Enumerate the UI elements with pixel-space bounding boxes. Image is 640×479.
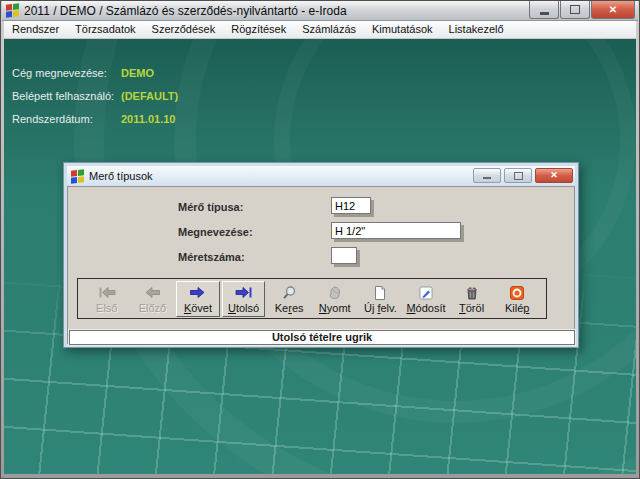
toolbar-button-delete[interactable]: Töröl (450, 281, 494, 317)
menu-item-rendszer[interactable]: Rendszer (4, 21, 67, 38)
toolbar-button-new[interactable]: Új felv. (359, 281, 403, 317)
status-bar: Utolsó tételre ugrik (69, 330, 575, 345)
field-label-size: Méretszáma: (178, 251, 245, 263)
dialog-body: Mérő típusa: Megnevezése: Méretszáma: El… (67, 186, 575, 344)
minimize-icon (483, 177, 491, 179)
toolbar-button-exit[interactable]: Kilép (495, 281, 539, 317)
toolbar-label: Nyomt (319, 302, 351, 314)
field-label-name: Megnevezése: (178, 226, 253, 238)
type-input[interactable] (331, 197, 371, 214)
toolbar-button-print[interactable]: Nyomt (313, 281, 357, 317)
toolbar-button-first: Első (85, 281, 129, 317)
dialog-minimize-button[interactable] (473, 168, 501, 183)
exit-icon (509, 284, 525, 302)
menu-item-kimutatasok[interactable]: Kimutatások (364, 21, 441, 38)
toolbar-label: Keres (275, 302, 304, 314)
toolbar-label: Első (96, 302, 117, 314)
dialog-close-button[interactable]: ✕ (535, 168, 573, 183)
date-label: Rendszerdátum: (12, 113, 121, 125)
delete-icon (464, 284, 480, 302)
dialog-controls: ✕ (473, 168, 573, 183)
application-window: 2011 / DEMO / Számlázó és szerződés-nyil… (0, 0, 640, 479)
maximize-icon (570, 5, 580, 14)
dialog-mero-tipusok: Merő típusok ✕ Mérő típusa: Megnevezése:… (63, 162, 579, 348)
window-title: 2011 / DEMO / Számlázó és szerződés-nyil… (24, 4, 347, 18)
toolbar-button-previous: Előző (131, 281, 175, 317)
company-row: Cég megnevezése: DEMO (12, 61, 178, 84)
toolbar-button-modify[interactable]: Módosít (404, 281, 448, 317)
toolbar-label: Utolsó (228, 302, 259, 314)
date-row: Rendszerdátum: 2011.01.10 (12, 107, 178, 130)
toolbar-button-search[interactable]: Keres (267, 281, 311, 317)
dialog-maximize-button[interactable] (504, 168, 532, 183)
user-row: Belépett felhasználó: (DEFAULT) (12, 84, 178, 107)
close-icon: ✕ (609, 5, 617, 15)
minimize-button[interactable] (529, 1, 559, 19)
menu-item-rogzitesek[interactable]: Rögzítések (223, 21, 294, 38)
first-icon (98, 284, 116, 302)
main-titlebar[interactable]: 2011 / DEMO / Számlázó és szerződés-nyil… (2, 1, 638, 21)
dialog-icon (71, 169, 84, 183)
toolbar-button-next[interactable]: Követ (176, 281, 220, 317)
field-label-type: Mérő típusa: (178, 201, 243, 213)
last-icon (235, 284, 253, 302)
toolbar-label: Követ (184, 302, 212, 314)
toolbar-button-last[interactable]: Utolsó (222, 281, 266, 317)
toolbar-label: Módosít (406, 302, 445, 314)
toolbar-label: Töröl (459, 302, 484, 314)
close-icon: ✕ (550, 171, 558, 180)
toolbar-label: Előző (139, 302, 167, 314)
menu-item-torzsadatok[interactable]: Törzsadatok (67, 21, 144, 38)
menubar: Rendszer Törzsadatok Szerződések Rögzíté… (4, 21, 636, 39)
print-icon (327, 284, 343, 302)
toolbar-label: Új felv. (364, 302, 397, 314)
window-controls: ✕ (529, 1, 635, 19)
toolbar-label: Kilép (505, 302, 529, 314)
next-icon (189, 284, 207, 302)
close-button[interactable]: ✕ (591, 1, 635, 19)
maximize-icon (514, 172, 523, 180)
user-label: Belépett felhasználó: (12, 90, 121, 102)
menu-item-listakezelo[interactable]: Listakezelő (441, 21, 512, 38)
size-input[interactable] (331, 247, 357, 264)
company-label: Cég megnevezése: (12, 67, 121, 79)
session-info: Cég megnevezése: DEMO Belépett felhaszná… (12, 61, 178, 130)
app-icon (6, 3, 19, 17)
dialog-title: Merő típusok (89, 170, 153, 182)
menu-item-szamlazas[interactable]: Számlázás (294, 21, 364, 38)
record-toolbar: Első Előző Követ (77, 278, 547, 319)
company-value: DEMO (121, 67, 154, 79)
new-record-icon (372, 284, 388, 302)
search-icon (281, 284, 297, 302)
minimize-icon (540, 12, 549, 15)
user-value: (DEFAULT) (121, 90, 178, 102)
maximize-button[interactable] (560, 1, 590, 19)
menu-item-szerzodesek[interactable]: Szerződések (144, 21, 224, 38)
name-input[interactable] (331, 222, 461, 239)
previous-icon (143, 284, 161, 302)
edit-icon (418, 284, 434, 302)
date-value: 2011.01.10 (121, 113, 175, 125)
dialog-titlebar[interactable]: Merő típusok ✕ (67, 166, 575, 186)
